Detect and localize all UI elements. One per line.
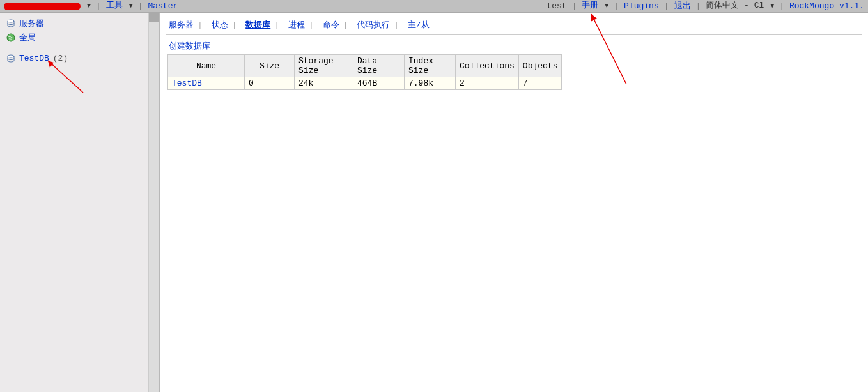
database-table: Name Size Storage Size Data Size Index S… xyxy=(167,54,562,90)
database-icon xyxy=(6,19,15,28)
col-name: Name xyxy=(168,55,245,77)
tab-command[interactable]: 命令 xyxy=(323,20,339,30)
scrollbar-thumb[interactable] xyxy=(149,13,159,22)
language-select[interactable]: 简体中文 - Cl ▼ xyxy=(706,0,774,13)
manual-dropdown-icon: ▼ xyxy=(605,3,608,10)
svg-point-2 xyxy=(8,55,14,57)
version-link[interactable]: RockMongo v1.1. xyxy=(789,0,864,13)
tools-dropdown-icon: ▼ xyxy=(129,3,133,10)
sidebar-item-label: 服务器 xyxy=(19,18,44,29)
col-collections: Collections xyxy=(456,55,519,77)
table-header-row: Name Size Storage Size Data Size Index S… xyxy=(168,55,562,77)
globe-icon xyxy=(6,33,15,42)
sidebar-db-count: (2) xyxy=(53,54,68,63)
sidebar-scrollbar[interactable] xyxy=(148,13,159,392)
sidebar: 服务器 全局 TestDB (2) xyxy=(0,13,160,392)
tabs: 服务器| 状态| 数据库| 进程| 命令| 代码执行| 主/从 xyxy=(166,17,862,35)
sidebar-db-label: TestDB xyxy=(19,54,49,63)
lang-dropdown-icon: ▼ xyxy=(770,3,774,10)
cell-size: 0 xyxy=(245,77,295,90)
sidebar-item-server[interactable]: 服务器 xyxy=(0,17,159,31)
plugins-link[interactable]: Plugins xyxy=(624,0,659,13)
tools-link[interactable]: 工具 ▼ xyxy=(106,0,133,13)
col-size: Size xyxy=(245,55,295,77)
table-row: TestDB 0 24k 464B 7.98k 2 7 xyxy=(168,77,562,90)
master-link[interactable]: Master xyxy=(148,0,178,13)
manual-link[interactable]: 手册 ▼ xyxy=(582,0,608,13)
main-content: 服务器| 状态| 数据库| 进程| 命令| 代码执行| 主/从 创建数据库 Na… xyxy=(160,13,868,392)
tab-processes[interactable]: 进程 xyxy=(288,20,305,30)
cell-storage: 24k xyxy=(295,77,353,90)
tab-replication[interactable]: 主/从 xyxy=(408,20,430,30)
col-index-size: Index Size xyxy=(405,55,456,77)
tab-server[interactable]: 服务器 xyxy=(169,20,194,30)
col-data-size: Data Size xyxy=(353,55,405,77)
cell-collections: 2 xyxy=(456,77,519,90)
svg-point-1 xyxy=(7,34,15,41)
sidebar-item-global[interactable]: 全局 xyxy=(0,31,159,45)
cell-index: 7.98k xyxy=(405,77,456,90)
svg-point-0 xyxy=(8,20,14,22)
db-name-link[interactable]: TestDB xyxy=(172,79,202,88)
sidebar-item-label: 全局 xyxy=(19,32,36,43)
database-icon xyxy=(6,54,15,63)
col-storage-size: Storage Size xyxy=(295,55,353,77)
cell-objects: 7 xyxy=(518,77,562,90)
topbar: ▼ | 工具 ▼ | Master test | 手册 ▼ | Plugins … xyxy=(0,0,868,13)
col-objects: Objects xyxy=(518,55,562,77)
tab-databases[interactable]: 数据库 xyxy=(245,20,270,30)
create-database-link[interactable]: 创建数据库 xyxy=(169,40,210,52)
redacted-host xyxy=(4,3,81,10)
cell-data: 464B xyxy=(353,77,405,90)
logout-link[interactable]: 退出 xyxy=(674,0,691,13)
current-user: test xyxy=(546,0,566,13)
host-dropdown-icon[interactable]: ▼ xyxy=(87,0,91,13)
sidebar-item-db-testdb[interactable]: TestDB (2) xyxy=(0,52,159,64)
tab-execute[interactable]: 代码执行 xyxy=(357,20,390,30)
tab-status[interactable]: 状态 xyxy=(212,20,228,30)
